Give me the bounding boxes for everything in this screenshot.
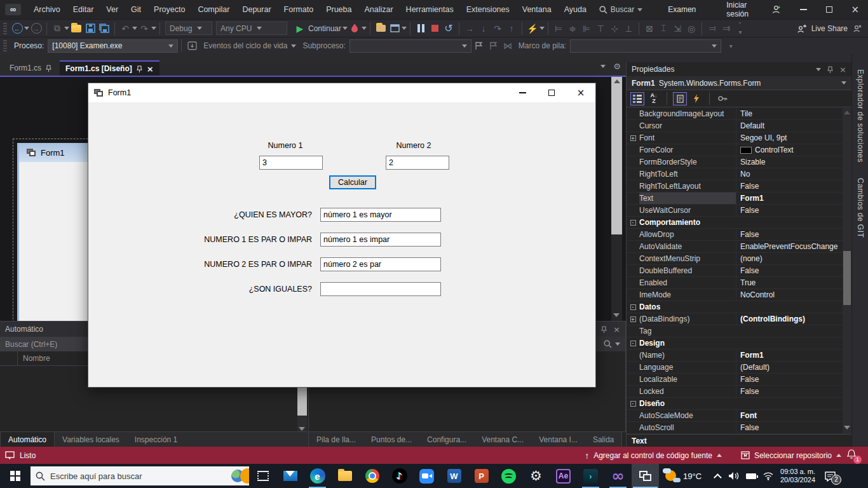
start-button[interactable]	[0, 464, 31, 488]
property-value[interactable]: (none)	[736, 253, 843, 264]
restore-button[interactable]	[817, 0, 842, 19]
same-size-icon[interactable]: ⊠	[642, 22, 656, 36]
property-name[interactable]: Datos	[639, 301, 660, 313]
property-value[interactable]: Sizable	[736, 156, 843, 168]
solution-explorer-sync-icon[interactable]	[388, 22, 402, 36]
taskbar-zoom[interactable]	[413, 464, 440, 488]
result-textbox[interactable]: número 2 es par	[320, 257, 441, 271]
taskbar-forms-app-active[interactable]	[632, 464, 659, 488]
expander-icon[interactable]: +	[630, 135, 636, 141]
property-name[interactable]: Enabled	[639, 277, 736, 288]
size-to-grid-icon[interactable]: ⌶	[656, 22, 670, 36]
property-row[interactable]: RightToLeft No	[627, 168, 843, 180]
property-row[interactable]: RightToLeftLayout False	[627, 180, 843, 193]
taskbar-settings[interactable]: ⚙	[522, 464, 550, 488]
property-name[interactable]: (DataBindings)	[639, 313, 736, 325]
property-value[interactable]: NoControl	[736, 289, 843, 301]
flag-outline-icon[interactable]	[489, 41, 498, 50]
continue-label[interactable]: Continuar	[308, 24, 341, 33]
form-maximize-button[interactable]	[537, 83, 566, 102]
close-button[interactable]: ×	[843, 0, 868, 19]
expander-icon[interactable]: -	[630, 220, 636, 226]
property-name[interactable]: Design	[639, 337, 665, 349]
stop-button[interactable]	[428, 22, 442, 36]
lifecycle-events-icon[interactable]	[187, 41, 197, 50]
property-value[interactable]: False	[736, 386, 843, 397]
object-selector-combo[interactable]: Form1 System.Windows.Forms.Form	[627, 76, 851, 90]
flag-icon[interactable]	[475, 41, 483, 50]
subprocess-combo[interactable]	[349, 39, 471, 53]
categorized-icon[interactable]	[630, 92, 644, 105]
property-row[interactable]: + (DataBindings) (ControlBindings)	[627, 313, 843, 325]
property-row[interactable]: - Datos	[627, 301, 843, 313]
property-name[interactable]: Locked	[639, 386, 736, 397]
property-value[interactable]: Default	[736, 120, 843, 132]
close-tab-icon[interactable]: ×	[147, 64, 154, 74]
property-row[interactable]: Language (Default)	[627, 362, 843, 374]
task-view-button[interactable]	[249, 464, 276, 488]
property-value[interactable]: True	[736, 277, 843, 288]
property-name[interactable]: Text	[639, 193, 736, 204]
pause-button[interactable]	[414, 22, 428, 36]
send-back-icon[interactable]: ⫥	[719, 22, 733, 36]
sign-in-button[interactable]: Iniciar sesión	[717, 1, 790, 18]
panel-tab[interactable]: Salida	[585, 432, 621, 447]
form-close-button[interactable]: ×	[566, 83, 595, 102]
chevron-down-icon[interactable]	[402, 27, 407, 30]
num1-textbox[interactable]: 3	[259, 156, 323, 170]
code-map-icon[interactable]: ⚡	[526, 22, 539, 36]
property-name[interactable]: AutoValidate	[639, 241, 736, 252]
alphabetical-sort-icon[interactable]: A↓Z	[647, 92, 661, 105]
toolbar-overflow-icon[interactable]: ▾	[724, 39, 738, 53]
navigate-forward-button[interactable]: →	[29, 22, 43, 36]
close-icon[interactable]: ×	[613, 325, 620, 334]
property-name[interactable]: ImeMode	[639, 289, 736, 301]
property-value[interactable]: False	[736, 374, 843, 385]
chevron-down-icon[interactable]	[816, 68, 821, 71]
result-textbox[interactable]: número 1 es impar	[320, 233, 441, 247]
taskbar-search-box[interactable]: Escribe aquí para buscar	[31, 466, 249, 485]
expander-icon[interactable]: -	[630, 401, 636, 407]
expander-icon[interactable]: -	[630, 341, 636, 346]
menu-item[interactable]: Compilar	[191, 0, 236, 19]
tab-form1-cs-designer[interactable]: Form1.cs [Diseño] ×	[60, 60, 159, 76]
property-name[interactable]: Diseño	[639, 398, 665, 409]
toolbar-grip[interactable]	[3, 40, 7, 51]
solution-explorer-side-tab[interactable]: Explorador de soluciones	[856, 63, 865, 169]
panel-tab[interactable]: Automático	[0, 432, 55, 447]
property-name[interactable]: RightToLeftLayout	[639, 180, 736, 192]
property-row[interactable]: AutoScaleMode Font	[627, 410, 843, 422]
property-value[interactable]: (Default)	[736, 362, 843, 373]
menu-item[interactable]: Ayuda	[558, 0, 593, 19]
scrollbar-down-arrow[interactable]	[613, 313, 620, 317]
taskbar-file-explorer[interactable]	[331, 464, 358, 488]
chevron-down-icon[interactable]	[362, 27, 367, 30]
editor-scrollbar[interactable]	[611, 77, 622, 321]
step-out-icon[interactable]: ↷	[491, 22, 505, 36]
property-value[interactable]: Form1	[736, 349, 843, 361]
property-row[interactable]: Localizable False	[627, 374, 843, 386]
property-row[interactable]: DoubleBuffered False	[627, 265, 843, 277]
menu-item[interactable]: Prueba	[320, 0, 358, 19]
minimize-button[interactable]	[791, 0, 817, 19]
stack-frame-combo[interactable]	[570, 39, 721, 53]
property-name[interactable]: Cursor	[639, 120, 736, 132]
property-row[interactable]: ContextMenuStrip (none)	[627, 253, 843, 265]
property-row[interactable]: AutoValidate EnablePreventFocusChange	[627, 241, 843, 253]
taskbar-after-effects[interactable]: Ae	[550, 464, 577, 488]
property-name[interactable]: AllowDrop	[639, 229, 736, 240]
property-value[interactable]: False	[736, 229, 843, 240]
new-project-button[interactable]: ⧉	[50, 22, 64, 36]
speaker-icon[interactable]	[728, 471, 740, 480]
menu-item[interactable]: Herramientas	[400, 0, 460, 19]
process-combo[interactable]: [10080] Examen.exe	[48, 39, 178, 53]
property-name[interactable]: BackgroundImageLayout	[639, 108, 736, 119]
align-bottom-icon[interactable]: ⊥	[621, 22, 635, 36]
align-top-icon[interactable]: ⊤	[593, 22, 607, 36]
expander-icon[interactable]: -	[630, 304, 636, 310]
battery-icon[interactable]	[746, 473, 756, 479]
form-titlebar[interactable]: Form1 ×	[88, 83, 595, 102]
panel-tab[interactable]: Pila de lla...	[309, 432, 363, 447]
property-name[interactable]: Tag	[639, 325, 736, 337]
properties-view-icon[interactable]	[673, 92, 687, 105]
